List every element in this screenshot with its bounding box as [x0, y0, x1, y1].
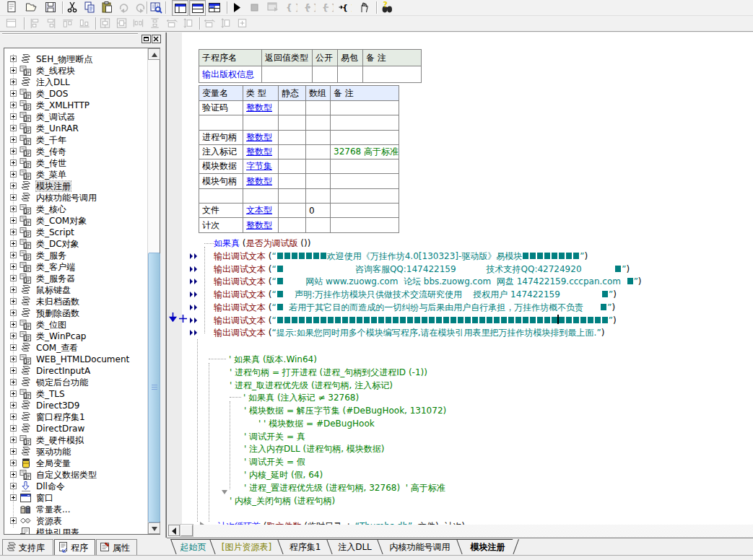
code-line-19[interactable]: ' 内核_关闭句柄 (进程句柄) [230, 496, 335, 506]
expand-plus-icon[interactable] [10, 102, 17, 108]
expand-plus-icon[interactable] [10, 367, 17, 374]
expand-plus-icon[interactable] [10, 437, 17, 443]
table-cell[interactable] [279, 188, 306, 203]
tree-item-全局变量[interactable]: 全局变量 [4, 458, 147, 469]
table-cell[interactable]: 验证码 [199, 101, 243, 115]
table-row[interactable]: 模块句柄整数型 [199, 174, 399, 188]
doc-tab-label[interactable]: 程序集1 [281, 540, 329, 554]
expand-plus-icon[interactable] [10, 286, 17, 293]
table-cell[interactable] [331, 204, 399, 218]
tree-item-label[interactable]: 类_客户端 [36, 262, 75, 272]
table-row[interactable]: 计次整数型 [199, 218, 399, 232]
tree-item-类_服务[interactable]: 类_服务 [4, 250, 147, 261]
tree-item-label[interactable]: 类_硬件模拟 [36, 435, 84, 445]
doc-tab-label[interactable]: 内核功能号调用 [380, 540, 459, 554]
tree-item-label[interactable]: 类_DC对象 [36, 239, 79, 249]
tree-item-label[interactable]: 常量表... [36, 504, 70, 515]
tree-item-类_硬件模拟[interactable]: 类_硬件模拟 [4, 434, 147, 446]
left-tab-program[interactable]: 程序 [54, 539, 95, 555]
table-cell[interactable]: 整数型 [243, 174, 279, 188]
table-cell[interactable]: 模块句柄 [199, 174, 243, 188]
panel-drag-handle[interactable] [2, 33, 138, 35]
expand-plus-icon[interactable] [10, 310, 17, 316]
tree-item-label[interactable]: 类_XMLHTTP [36, 100, 90, 110]
tree-item-label[interactable]: 驱动功能 [36, 447, 71, 457]
table-cell[interactable] [306, 144, 331, 159]
table-row[interactable]: 进程句柄整数型 [199, 130, 399, 144]
doc-tab-模块注册[interactable]: 模块注册 [456, 539, 518, 554]
tree-item-自定义数据类型[interactable]: 自定义数据类型 [4, 469, 147, 481]
expand-plus-icon[interactable] [10, 390, 17, 397]
tree-item-鼠标键盘[interactable]: 鼠标键盘 [4, 284, 147, 296]
tree-item-label[interactable]: 类_菜单 [36, 170, 66, 180]
table-cell[interactable] [363, 66, 422, 83]
copy-icon[interactable] [83, 1, 99, 15]
tree-item-注入DLL[interactable]: 注入DLL [4, 76, 147, 88]
table-cell[interactable]: 整数型 [243, 144, 279, 159]
open-file-icon[interactable] [25, 1, 40, 15]
variable-table[interactable]: 变量名类 型静态数组备 注验证码整数型进程句柄整数型注入标记整数型32768 高… [199, 85, 399, 233]
expand-plus-icon[interactable] [10, 321, 17, 328]
tree-item-类_XMLHTTP[interactable]: 类_XMLHTTP [4, 100, 147, 111]
code-line-9[interactable]: ' 进程句柄 = 打开进程 (进程_句柄到父进程ID (-1)) [230, 367, 427, 377]
tree-item-锁定后台功能[interactable]: 锁定后台功能 [4, 377, 147, 388]
tree-item-label[interactable]: 预删除函数 [36, 308, 79, 318]
tree-item-label[interactable]: 类_传世 [36, 158, 66, 168]
tree-item-类_菜单[interactable]: 类_菜单 [4, 169, 147, 180]
tree-item-label[interactable]: 鼠标键盘 [36, 285, 71, 295]
expand-plus-icon[interactable] [10, 229, 17, 235]
tree-item-类_服务器[interactable]: 类_服务器 [4, 273, 147, 284]
table-cell[interactable] [306, 174, 331, 188]
tree-item-label[interactable]: 类_调试器 [36, 112, 75, 122]
expand-plus-icon[interactable] [10, 344, 17, 351]
tree-item-label[interactable]: 类_TLS [36, 389, 65, 399]
tree-item-类_线程块[interactable]: 类_线程块 [4, 65, 147, 76]
expand-plus-icon[interactable] [10, 206, 17, 212]
expand-plus-icon[interactable] [10, 113, 17, 120]
expand-plus-icon[interactable] [10, 494, 17, 501]
tree-item-DirectDraw[interactable]: DirectDraw [4, 423, 147, 434]
code-line-1[interactable]: 输出调试文本 (“欢迎使用《万挂作坊4.0[130323]-驱动版》易模块”) [214, 251, 588, 261]
expand-plus-icon[interactable] [10, 460, 17, 466]
table-cell[interactable] [279, 130, 306, 144]
expand-plus-icon[interactable] [10, 402, 17, 408]
left-tab-properties[interactable]: 属性 [96, 539, 137, 555]
tree-item-label[interactable]: 注入DLL [36, 77, 70, 87]
table-cell[interactable] [331, 101, 399, 115]
tree-item-类_Script[interactable]: 类_Script [4, 227, 147, 238]
expand-plus-icon[interactable] [10, 379, 17, 385]
expand-plus-icon[interactable] [10, 448, 17, 455]
doc-tab-图片资源表[interactable]: [图片资源表] [209, 539, 283, 554]
code-line-13[interactable]: ' ' 模块数据 = #DeBugHook [258, 419, 375, 429]
tree-item-label[interactable]: 资源表 [36, 516, 62, 526]
expand-plus-icon[interactable] [10, 67, 17, 74]
tree-item-label[interactable]: WEB_HTMLDocument [36, 354, 129, 364]
help-search-icon[interactable]: ? [380, 1, 396, 15]
table-row[interactable] [199, 115, 399, 130]
code-line-8[interactable]: ' 如果真 (版本.Win64) [229, 354, 317, 364]
tree-item-窗口[interactable]: 窗口 [4, 492, 147, 504]
tree-item-类_COM对象[interactable]: 类_COM对象 [4, 215, 147, 227]
editor-hscroll-left-button[interactable] [168, 525, 180, 536]
cut-icon[interactable] [66, 1, 82, 15]
tree-item-类_UnRAR[interactable]: 类_UnRAR [4, 123, 147, 134]
code-editor[interactable]: 如果真 (是否为调试版 ())输出调试文本 (“欢迎使用《万挂作坊4.0[130… [167, 32, 753, 525]
tree-item-COM_查看[interactable]: COM_查看 [4, 342, 147, 354]
tree-item-常量表...[interactable]: 常量表... [4, 504, 147, 515]
tree-item-label[interactable]: 窗口 [36, 493, 53, 503]
tree-item-资源表[interactable]: 资源表 [4, 515, 147, 527]
expand-plus-icon[interactable] [10, 414, 17, 420]
tree-item-Dll命令[interactable]: Dll命令 [4, 481, 147, 492]
tree-item-类_TLS[interactable]: 类_TLS [4, 388, 147, 400]
tree-item-label[interactable]: 类_传奇 [36, 146, 66, 157]
new-file-icon[interactable] [5, 1, 21, 15]
table-cell[interactable] [331, 115, 399, 130]
expand-plus-icon[interactable] [10, 425, 17, 432]
table-cell[interactable]: 文件 [199, 204, 243, 218]
table-cell[interactable] [306, 159, 331, 174]
tree-item-类_客户端[interactable]: 类_客户端 [4, 261, 147, 273]
expand-plus-icon[interactable] [10, 240, 17, 247]
table-cell[interactable] [243, 188, 279, 203]
code-line-3[interactable]: 输出调试文本 (“ 网站 www.zuowg.com 论坛 bbs.zuowg.… [214, 276, 642, 286]
expand-plus-icon[interactable] [10, 183, 17, 189]
